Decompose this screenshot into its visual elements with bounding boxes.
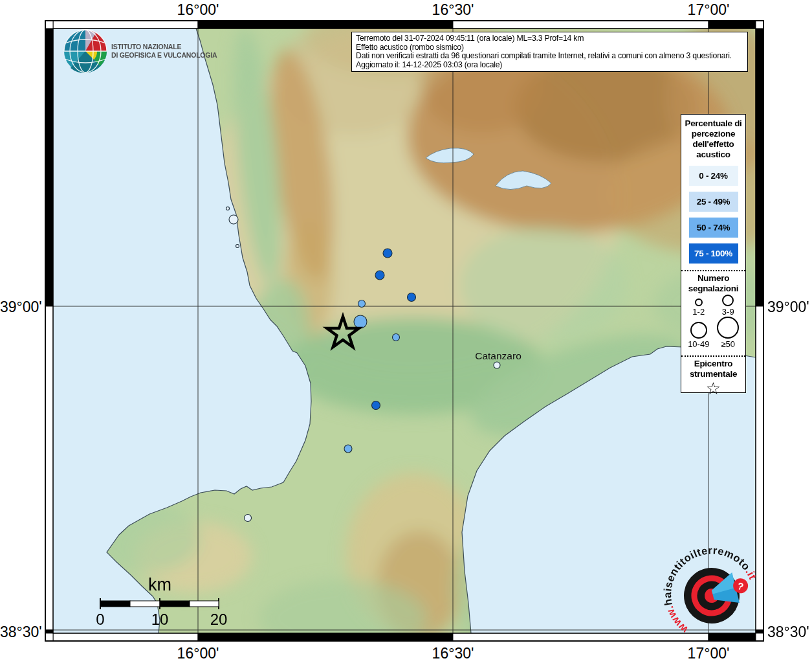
legend-panel: Percentuale di percezione dell'effetto a… [681,114,746,393]
signal-circle-icon [717,317,739,339]
felt-report-point [236,245,239,248]
event-updated: Aggiornato il: 14-12-2025 03:03 (ora loc… [356,61,743,70]
scalebar-unit: km [127,575,192,595]
ingv-line1: ISTITUTO NAZIONALE [111,43,221,51]
legend-swatch-label: 25 - 49% [697,197,730,207]
signal-circle-icon [690,322,707,339]
city-label-catanzaro: Catanzaro [459,350,537,362]
axis-right-38-30: 38°30' [767,624,811,641]
legend-title: Percentuale di percezione dell'effetto a… [681,118,745,160]
legend-swatch-25-49: 25 - 49% [689,192,738,212]
felt-report-point [245,515,252,522]
legend-swatch-label: 75 - 100% [694,249,732,258]
scalebar-tick-20: 20 [199,611,238,629]
axis-left-39-00: 39°00' [0,298,41,316]
event-disclaimer: Dati non verificati estratti da 96 quest… [356,52,743,61]
axis-bottom-16-30: 16°30' [424,645,482,662]
legend-epicenter-title: Epicentro strumentale [681,359,745,379]
event-info-box: Terremoto del 31-07-2024 09:45:11 (ora l… [351,32,748,72]
signal-size-key: 1-2 3-9 10-49 ≥50 [681,293,745,349]
axis-right-39-00: 39°00' [767,298,811,316]
felt-report-point [226,207,230,210]
signal-size-label: 1-2 [692,307,705,317]
ingv-wordmark: ISTITUTO NAZIONALE DI GEOFISICA E VULCAN… [111,43,221,59]
felt-report-point [344,445,352,453]
signal-size-label: 3-9 [722,307,734,317]
signal-size-label: 10-49 [688,339,709,349]
epicenter-star-legend-icon: ☆ [681,380,745,397]
signal-circle-icon [722,295,734,306]
legend-swatch-label: 50 - 74% [697,223,730,232]
axis-top-16-30: 16°30' [424,1,482,19]
felt-report-point [229,215,238,224]
signal-size-50plus: ≥50 [715,317,741,349]
felt-report-point [375,271,384,280]
felt-report-point [354,315,367,328]
scalebar-tick-0: 0 [81,611,120,629]
axis-top-17-00: 17°00' [679,1,738,19]
legend-divider [681,355,745,357]
legend-swatch-label: 0 - 24% [699,171,727,181]
axis-bottom-16-00: 16°00' [169,645,227,662]
axis-bottom-17-00: 17°00' [679,645,738,662]
scalebar-tick-10: 10 [140,611,179,629]
legend-signals-title: Numero segnalazioni [681,273,745,293]
felt-report-point [358,300,366,308]
event-effect: Effetto acustico (rombo sismico) [356,43,743,52]
felt-report-point [372,401,380,410]
signal-size-3-9: 3-9 [715,295,741,317]
axis-top-16-00: 16°00' [169,1,227,19]
event-title: Terremoto del 31-07-2024 09:45:11 (ora l… [356,34,743,43]
legend-swatch-0-24: 0 - 24% [689,166,738,186]
felt-report-point [494,362,500,368]
legend-swatch-50-74: 50 - 74% [689,218,738,238]
legend-swatch-75-100: 75 - 100% [689,243,738,264]
signal-size-label: ≥50 [721,339,735,349]
felt-report-point [393,334,400,341]
signal-circle-icon [695,298,703,306]
ingv-line2: DI GEOFISICA E VULCANOLOGIA [111,51,221,60]
axis-left-38-30: 38°30' [0,624,41,641]
signal-size-10-49: 10-49 [685,322,712,349]
felt-report-point [383,249,392,258]
legend-divider [681,270,745,271]
map-page: ? www.haisentitoilterremoto.it 16°00' 16… [0,0,812,663]
signal-size-1-2: 1-2 [685,298,712,317]
felt-report-point [408,293,416,302]
